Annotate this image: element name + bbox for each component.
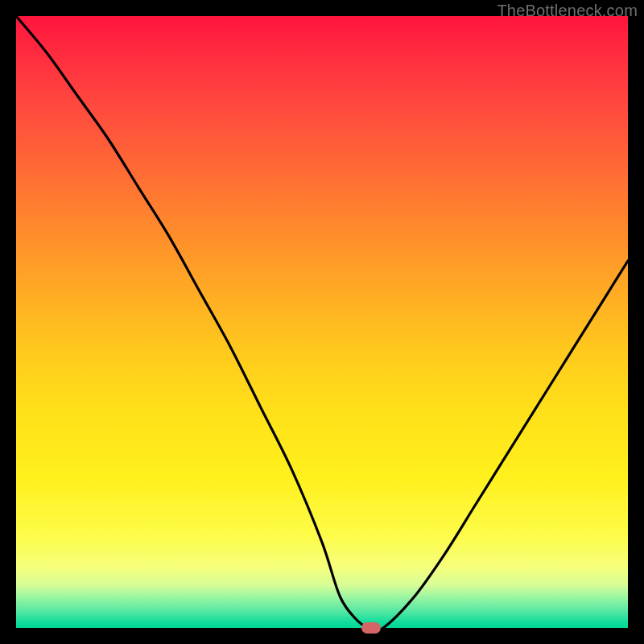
optimal-point-marker	[361, 622, 381, 634]
plot-area	[16, 16, 628, 628]
bottleneck-curve	[16, 16, 628, 628]
chart-container: TheBottleneck.com	[0, 0, 644, 644]
